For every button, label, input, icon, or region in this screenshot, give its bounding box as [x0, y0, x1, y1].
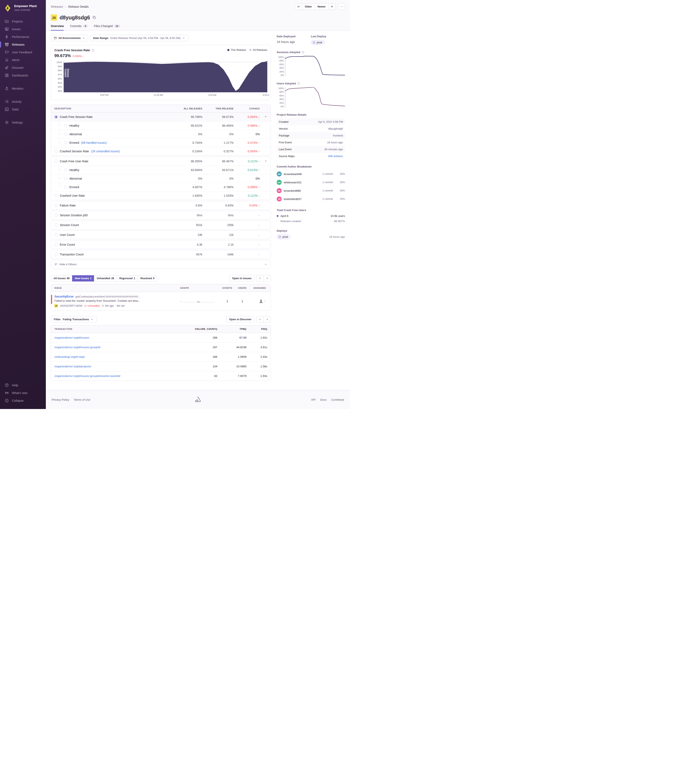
metric-radio[interactable] [55, 159, 58, 163]
previous-page-button[interactable] [256, 275, 264, 281]
metric-radio[interactable] [55, 204, 58, 207]
previous-page-button[interactable] [256, 316, 264, 322]
sidebar-item-stats[interactable]: Stats [0, 105, 46, 113]
sidebar-item-projects[interactable]: Projects [0, 17, 46, 25]
table-row[interactable]: Error Count4.3k2.1k– [51, 241, 270, 249]
sidebar-item-activity[interactable]: Activity [0, 98, 46, 105]
help-circle-icon[interactable] [302, 51, 305, 54]
table-row[interactable]: Abnormal0%0%0% [51, 174, 270, 183]
table-row[interactable]: /organizations/:orgId/issues/:groupId/18… [51, 342, 270, 352]
table-row[interactable]: Crash Free User Rate98.355%98.467%0.112%… [51, 157, 270, 166]
newer-release-button[interactable]: Newer [315, 3, 328, 10]
table-row[interactable]: Errored4.697%4.796%0.099% ↑ [51, 183, 270, 191]
table-row[interactable]: /organizations/:orgId/projects/15410.086… [51, 361, 270, 371]
footer-link-privacy-policy[interactable]: Privacy Policy [52, 398, 69, 401]
transaction-filter-button[interactable]: Filter: Failing Transactions [51, 316, 97, 322]
breadcrumb-releases[interactable]: Releases [51, 5, 63, 8]
metric-radio[interactable] [64, 177, 67, 180]
table-row[interactable]: Failure Rate0.6%0.63%0.04% ↑ [51, 201, 270, 210]
tab-commits[interactable]: Commits4 [70, 24, 88, 31]
table-row[interactable]: User Count24k11k– [51, 231, 270, 239]
footer-link-terms-of-use[interactable]: Terms of Use [74, 398, 91, 401]
open-in-discover-button[interactable]: Open in Discover [226, 316, 255, 322]
copy-icon[interactable] [92, 16, 96, 19]
metric-radio[interactable] [55, 214, 58, 217]
next-page-button[interactable] [264, 316, 271, 322]
metric-radio[interactable] [64, 169, 67, 172]
table-row[interactable]: Errored(68 handled issues)0.744%1.217%0.… [51, 138, 270, 147]
issue-title-link[interactable]: SecurityError [55, 295, 74, 298]
metric-radio[interactable] [55, 150, 58, 153]
issues-tab-new-issues[interactable]: New Issues1 [72, 275, 94, 281]
table-row[interactable]: Session Duration p500ms0ms– [51, 211, 270, 219]
table-row[interactable]: Crashed User Rate1.645%1.533%0.112% ↓ [51, 191, 270, 200]
sidebar-item-discover[interactable]: Discover [0, 64, 46, 72]
sidebar-item-performance[interactable]: Performance [0, 33, 46, 41]
environment-filter-button[interactable]: All Environments [51, 35, 88, 41]
transaction-link[interactable]: /organizations/:orgId/projects/ [55, 365, 91, 368]
footer-link-api[interactable]: API [311, 398, 316, 401]
table-row[interactable]: /organizations/:orgId/issues/:groupId/ev… [51, 371, 270, 381]
table-row[interactable]: /organizations/:orgId/issues/28867.691.9… [51, 333, 270, 342]
table-row[interactable]: Healthy93.658%93.671%0.013% ↑ [51, 166, 270, 174]
table-row[interactable]: Crash Free Session Rate99.766%99.673%0.0… [51, 113, 270, 121]
next-page-button[interactable] [264, 275, 271, 281]
chevron-up-icon[interactable] [264, 159, 267, 163]
sidebar-item-releases[interactable]: Releases [0, 41, 46, 48]
issue-row[interactable]: SecurityError getCookie(data:text/html,%… [51, 292, 270, 310]
transaction-link[interactable]: /onboarding/:orgId/:step/ [55, 355, 85, 358]
table-row[interactable]: Healthy99.022%98.456%0.566% ↓ [51, 121, 270, 130]
sidebar-item-issues[interactable]: Issues [0, 25, 46, 33]
metric-radio[interactable] [55, 115, 58, 119]
chevron-up-icon[interactable] [264, 115, 267, 118]
org-switcher[interactable]: Empower Plant Jane Schmidt [0, 0, 46, 17]
issues-tab-regressed[interactable]: Regressed1 [117, 275, 138, 281]
sidebar-item-user-feedback[interactable]: User Feedback [0, 48, 46, 56]
transaction-link[interactable]: /organizations/:orgId/issues/ [55, 336, 89, 339]
metric-radio[interactable] [64, 133, 67, 136]
hide-others-toggle[interactable]: Hide 4 Others [51, 260, 270, 269]
sidebar-item-help[interactable]: Help [0, 381, 46, 389]
legend-item[interactable]: All Releases [249, 48, 267, 52]
issues-link[interactable]: (26 unhandled issues) [91, 150, 120, 153]
transaction-link[interactable]: /organizations/:orgId/issues/:groupId/ [55, 346, 100, 349]
table-row[interactable]: Abnormal0%0%0% [51, 130, 270, 138]
metric-radio[interactable] [55, 224, 58, 227]
artifacts-link[interactable]: 899 artifacts [328, 155, 343, 158]
date-range-button[interactable]: Date Range: Entire Release Period (Apr 0… [90, 35, 188, 41]
table-row[interactable]: Transaction Count457k194k– [51, 250, 270, 259]
metric-radio[interactable] [55, 194, 58, 197]
sidebar-item-settings[interactable]: Settings [0, 119, 46, 126]
open-in-issues-button[interactable]: Open in Issues [230, 275, 255, 281]
help-circle-icon[interactable] [297, 82, 300, 85]
sidebar-item-collapse[interactable]: Collapse [0, 397, 46, 404]
metric-radio[interactable] [55, 253, 58, 256]
footer-link-docs[interactable]: Docs [320, 398, 327, 401]
issues-tab-resolved[interactable]: Resolved0 [138, 275, 157, 281]
table-row[interactable]: Session Count501k205k– [51, 221, 270, 229]
sidebar-item-alerts[interactable]: Alerts [0, 56, 46, 64]
sidebar-item-dashboards[interactable]: Dashboards [0, 72, 46, 79]
metric-radio[interactable] [55, 233, 58, 236]
more-options-button[interactable] [338, 3, 345, 10]
issues-tab-unhandled[interactable]: Unhandled26 [94, 275, 117, 281]
older-release-button[interactable]: Older [302, 3, 315, 10]
table-row[interactable]: /onboarding/:orgId/:step/1861.06092.43s [51, 352, 270, 361]
table-row[interactable]: Crashed Session Rate(26 unhandled issues… [51, 147, 270, 155]
last-deploy-env-pill[interactable]: prod [311, 40, 325, 45]
legend-item[interactable]: This Release [227, 48, 246, 52]
metric-radio[interactable] [64, 141, 67, 144]
oldest-release-button[interactable] [295, 3, 302, 10]
newest-release-button[interactable] [328, 3, 336, 10]
sidebar-item-what-s-new[interactable]: What's new [0, 389, 46, 397]
tab-files-changed[interactable]: Files Changed11 [94, 24, 120, 31]
sidebar-item-monitors[interactable]: Monitors [0, 84, 46, 92]
metric-radio[interactable] [55, 243, 58, 246]
metric-radio[interactable] [64, 186, 67, 189]
tab-overview[interactable]: Overview [51, 24, 64, 31]
deploy-env-pill[interactable]: prod [277, 235, 291, 239]
issues-tab-all-issues[interactable]: All Issues90 [51, 275, 72, 281]
help-circle-icon[interactable] [91, 49, 95, 52]
metric-radio[interactable] [64, 124, 67, 127]
transaction-link[interactable]: /organizations/:orgId/issues/:groupId/ev… [55, 374, 120, 378]
